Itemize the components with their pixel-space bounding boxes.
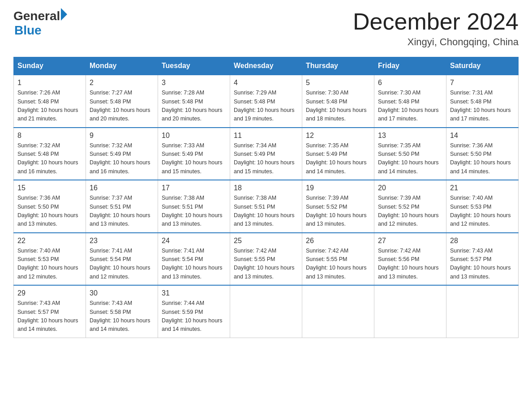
col-header-friday: Friday	[374, 57, 446, 75]
calendar-week-row: 22 Sunrise: 7:40 AMSunset: 5:53 PMDaylig…	[14, 233, 519, 286]
day-info: Sunrise: 7:31 AMSunset: 5:48 PMDaylight:…	[450, 89, 515, 124]
calendar-cell: 21 Sunrise: 7:40 AMSunset: 5:53 PMDaylig…	[446, 180, 519, 233]
day-info: Sunrise: 7:41 AMSunset: 5:54 PMDaylight:…	[90, 247, 154, 282]
day-number: 1	[17, 79, 82, 87]
day-info: Sunrise: 7:43 AMSunset: 5:58 PMDaylight:…	[90, 299, 154, 334]
calendar-week-row: 29 Sunrise: 7:43 AMSunset: 5:57 PMDaylig…	[14, 285, 519, 338]
title-block: December 2024 Xingyi, Chongqing, China	[353, 9, 519, 48]
day-number: 6	[378, 79, 442, 87]
day-number: 23	[90, 237, 154, 245]
day-info: Sunrise: 7:35 AMSunset: 5:49 PMDaylight:…	[306, 141, 370, 176]
day-info: Sunrise: 7:38 AMSunset: 5:51 PMDaylight:…	[234, 194, 298, 229]
calendar-cell: 8 Sunrise: 7:32 AMSunset: 5:48 PMDayligh…	[14, 128, 86, 180]
day-number: 27	[378, 237, 442, 245]
calendar-cell: 12 Sunrise: 7:35 AMSunset: 5:49 PMDaylig…	[302, 128, 374, 180]
day-number: 21	[450, 184, 515, 192]
calendar-cell: 29 Sunrise: 7:43 AMSunset: 5:57 PMDaylig…	[14, 285, 86, 338]
day-number: 8	[17, 132, 82, 140]
day-number: 15	[17, 184, 82, 192]
calendar-cell: 22 Sunrise: 7:40 AMSunset: 5:53 PMDaylig…	[14, 233, 86, 286]
logo-blue-text: Blue	[14, 23, 67, 38]
logo: General Blue	[13, 9, 67, 38]
calendar-cell: 10 Sunrise: 7:33 AMSunset: 5:49 PMDaylig…	[158, 128, 230, 180]
calendar-cell: 11 Sunrise: 7:34 AMSunset: 5:49 PMDaylig…	[230, 128, 302, 180]
calendar-cell: 16 Sunrise: 7:37 AMSunset: 5:51 PMDaylig…	[86, 180, 158, 233]
day-number: 26	[306, 237, 370, 245]
day-number: 30	[90, 289, 154, 297]
calendar-cell: 19 Sunrise: 7:39 AMSunset: 5:52 PMDaylig…	[302, 180, 374, 233]
day-info: Sunrise: 7:28 AMSunset: 5:48 PMDaylight:…	[162, 89, 226, 124]
col-header-monday: Monday	[86, 57, 158, 75]
day-number: 4	[234, 79, 298, 87]
day-info: Sunrise: 7:26 AMSunset: 5:48 PMDaylight:…	[17, 89, 82, 124]
calendar-cell: 23 Sunrise: 7:41 AMSunset: 5:54 PMDaylig…	[86, 233, 158, 286]
day-number: 14	[450, 132, 515, 140]
calendar-cell: 25 Sunrise: 7:42 AMSunset: 5:55 PMDaylig…	[230, 233, 302, 286]
day-info: Sunrise: 7:39 AMSunset: 5:52 PMDaylight:…	[306, 194, 370, 229]
day-number: 7	[450, 79, 515, 87]
day-info: Sunrise: 7:42 AMSunset: 5:56 PMDaylight:…	[378, 247, 442, 282]
calendar-cell: 1 Sunrise: 7:26 AMSunset: 5:48 PMDayligh…	[14, 75, 86, 128]
day-number: 29	[17, 289, 82, 297]
day-number: 28	[450, 237, 515, 245]
day-info: Sunrise: 7:27 AMSunset: 5:48 PMDaylight:…	[90, 89, 154, 124]
calendar-cell: 20 Sunrise: 7:39 AMSunset: 5:52 PMDaylig…	[374, 180, 446, 233]
day-number: 24	[162, 237, 226, 245]
calendar-header-row: SundayMondayTuesdayWednesdayThursdayFrid…	[14, 57, 519, 75]
calendar-week-row: 8 Sunrise: 7:32 AMSunset: 5:48 PMDayligh…	[14, 128, 519, 180]
col-header-sunday: Sunday	[14, 57, 86, 75]
day-number: 17	[162, 184, 226, 192]
col-header-wednesday: Wednesday	[230, 57, 302, 75]
day-number: 19	[306, 184, 370, 192]
day-number: 22	[17, 237, 82, 245]
day-number: 5	[306, 79, 370, 87]
calendar-cell: 13 Sunrise: 7:35 AMSunset: 5:50 PMDaylig…	[374, 128, 446, 180]
day-number: 20	[378, 184, 442, 192]
day-number: 13	[378, 132, 442, 140]
calendar-cell: 14 Sunrise: 7:36 AMSunset: 5:50 PMDaylig…	[446, 128, 519, 180]
location-title: Xingyi, Chongqing, China	[353, 36, 519, 48]
logo-general-text: General	[13, 9, 60, 23]
col-header-thursday: Thursday	[302, 57, 374, 75]
calendar-cell	[374, 285, 446, 338]
day-info: Sunrise: 7:29 AMSunset: 5:48 PMDaylight:…	[234, 89, 298, 124]
calendar-cell: 30 Sunrise: 7:43 AMSunset: 5:58 PMDaylig…	[86, 285, 158, 338]
calendar-cell: 5 Sunrise: 7:30 AMSunset: 5:48 PMDayligh…	[302, 75, 374, 128]
calendar-cell: 17 Sunrise: 7:38 AMSunset: 5:51 PMDaylig…	[158, 180, 230, 233]
day-info: Sunrise: 7:41 AMSunset: 5:54 PMDaylight:…	[162, 247, 226, 282]
day-info: Sunrise: 7:40 AMSunset: 5:53 PMDaylight:…	[450, 194, 515, 229]
calendar-cell: 6 Sunrise: 7:30 AMSunset: 5:48 PMDayligh…	[374, 75, 446, 128]
day-number: 25	[234, 237, 298, 245]
day-info: Sunrise: 7:36 AMSunset: 5:50 PMDaylight:…	[450, 141, 515, 176]
day-number: 10	[162, 132, 226, 140]
calendar-cell: 24 Sunrise: 7:41 AMSunset: 5:54 PMDaylig…	[158, 233, 230, 286]
calendar-cell: 28 Sunrise: 7:43 AMSunset: 5:57 PMDaylig…	[446, 233, 519, 286]
calendar-cell: 3 Sunrise: 7:28 AMSunset: 5:48 PMDayligh…	[158, 75, 230, 128]
day-info: Sunrise: 7:30 AMSunset: 5:48 PMDaylight:…	[378, 89, 442, 124]
day-info: Sunrise: 7:42 AMSunset: 5:55 PMDaylight:…	[306, 247, 370, 282]
col-header-saturday: Saturday	[446, 57, 519, 75]
calendar-cell: 27 Sunrise: 7:42 AMSunset: 5:56 PMDaylig…	[374, 233, 446, 286]
month-title: December 2024	[353, 9, 519, 34]
day-number: 2	[90, 79, 154, 87]
day-number: 12	[306, 132, 370, 140]
calendar-cell	[302, 285, 374, 338]
day-info: Sunrise: 7:43 AMSunset: 5:57 PMDaylight:…	[450, 247, 515, 282]
calendar-cell: 2 Sunrise: 7:27 AMSunset: 5:48 PMDayligh…	[86, 75, 158, 128]
calendar-cell: 18 Sunrise: 7:38 AMSunset: 5:51 PMDaylig…	[230, 180, 302, 233]
day-number: 9	[90, 132, 154, 140]
calendar-cell: 4 Sunrise: 7:29 AMSunset: 5:48 PMDayligh…	[230, 75, 302, 128]
calendar-cell: 15 Sunrise: 7:36 AMSunset: 5:50 PMDaylig…	[14, 180, 86, 233]
day-number: 31	[162, 289, 226, 297]
calendar-cell: 31 Sunrise: 7:44 AMSunset: 5:59 PMDaylig…	[158, 285, 230, 338]
day-info: Sunrise: 7:33 AMSunset: 5:49 PMDaylight:…	[162, 141, 226, 176]
calendar-cell	[230, 285, 302, 338]
col-header-tuesday: Tuesday	[158, 57, 230, 75]
day-info: Sunrise: 7:40 AMSunset: 5:53 PMDaylight:…	[17, 247, 82, 282]
day-info: Sunrise: 7:43 AMSunset: 5:57 PMDaylight:…	[17, 299, 82, 334]
calendar-cell	[446, 285, 519, 338]
day-info: Sunrise: 7:32 AMSunset: 5:48 PMDaylight:…	[17, 141, 82, 176]
day-info: Sunrise: 7:34 AMSunset: 5:49 PMDaylight:…	[234, 141, 298, 176]
day-number: 11	[234, 132, 298, 140]
day-info: Sunrise: 7:35 AMSunset: 5:50 PMDaylight:…	[378, 141, 442, 176]
